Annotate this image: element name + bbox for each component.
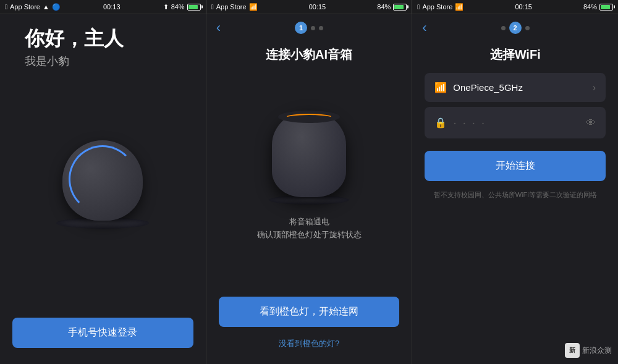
watermark: 新 新浪众测 <box>565 343 612 358</box>
status-right-2: 84% <box>377 3 407 11</box>
back-button-connect[interactable]: ‹ <box>216 20 221 36</box>
watermark-text: 新浪众测 <box>582 345 612 356</box>
password-left: 🔒 · · · · <box>434 116 486 130</box>
speaker-2 <box>266 111 352 210</box>
panel-wifi: ‹ 2 选择WiFi 📶 OnePiece_5GHz › � <box>412 14 618 364</box>
speaker-body-2 <box>272 111 346 197</box>
welcome-subtitle: 我是小豹 <box>12 54 193 69</box>
status-bar:  App Store ▲ 🔵 00:13 ⬆ 84%  App Store … <box>0 0 618 14</box>
status-left-1:  App Store ▲ 🔵 <box>5 3 61 11</box>
instruction-line-1: 将音箱通电 <box>289 217 329 226</box>
wifi-title: 选择WiFi <box>490 46 541 63</box>
app-store-label-3: App Store <box>422 3 452 11</box>
back-button-wifi[interactable]: ‹ <box>422 20 426 36</box>
panel-wifi-content: 选择WiFi 📶 OnePiece_5GHz › 🔒 · · · · 👁 <box>412 41 618 364</box>
login-button[interactable]: 手机号快速登录 <box>12 318 193 348</box>
instruction-text: 将音箱通电 确认顶部橙色灯处于旋转状态 <box>257 216 362 242</box>
panel-welcome-content: 你好，主人 我是小豹 手机号快速登录 <box>0 14 206 364</box>
wifi-list: 📶 OnePiece_5GHz › 🔒 · · · · 👁 <box>425 73 606 143</box>
battery-percent-3: 84% <box>583 3 597 11</box>
nav-bar-wifi: ‹ 2 <box>412 14 618 41</box>
panels-container: 你好，主人 我是小豹 手机号快速登录 ‹ 1 <box>0 14 618 364</box>
wifi-chevron-icon: › <box>593 82 596 93</box>
panel-welcome-footer: 手机号快速登录 <box>12 310 193 364</box>
status-section-1:  App Store ▲ 🔵 00:13 ⬆ 84% <box>0 0 206 14</box>
apple-icon-1:  <box>5 3 7 11</box>
connect-title: 连接小豹AI音箱 <box>266 46 352 63</box>
battery-percent-1: 84% <box>171 3 185 11</box>
time-2: 00:15 <box>309 3 326 11</box>
battery-icon-1 <box>187 4 201 11</box>
password-dots: · · · · <box>453 116 486 130</box>
status-right-3: 84% <box>583 3 613 11</box>
start-connect-button[interactable]: 开始连接 <box>425 151 606 181</box>
panel-wifi-footer: 开始连接 暂不支持校园网、公共场所WiFi等需要二次验证的网络 <box>425 143 606 210</box>
nav-dot-wifi-2-active: 2 <box>509 22 522 34</box>
speaker-ring-1 <box>69 145 137 213</box>
battery-percent-2: 84% <box>377 3 391 11</box>
connect-button[interactable]: 看到橙色灯，开始连网 <box>219 297 400 327</box>
status-left-2:  App Store 📶 <box>211 3 258 11</box>
wifi-item-left: 📶 OnePiece_5GHz <box>434 82 523 93</box>
speaker-visual-1 <box>12 69 193 310</box>
nav-dot-1-active: 1 <box>295 22 307 34</box>
direction-icon-1: ⬆ <box>163 3 169 11</box>
watermark-logo: 新 <box>565 343 580 358</box>
wifi-signal-icon: 📶 <box>434 82 447 93</box>
wifi-network-name: OnePiece_5GHz <box>453 82 523 93</box>
panel-connect-footer: 看到橙色灯，开始连网 没看到橙色的灯? <box>219 289 400 364</box>
speaker-container-2: 将音箱通电 确认顶部橙色灯处于旋转状态 <box>257 63 362 289</box>
time-3: 00:15 <box>515 3 532 11</box>
welcome-title: 你好，主人 <box>12 27 193 50</box>
nav-dot-wifi-3 <box>525 26 530 30</box>
nav-bar-connect: ‹ 1 <box>206 14 412 41</box>
battery-icon-3 <box>599 4 613 11</box>
time-1: 00:13 <box>103 3 121 11</box>
speaker-ring-orange <box>284 114 334 122</box>
apple-icon-2:  <box>211 3 214 11</box>
speaker-body-1 <box>62 140 143 221</box>
instruction-line-2: 确认顶部橙色灯处于旋转状态 <box>257 230 362 239</box>
signal-icon-1: 🔵 <box>52 3 61 11</box>
status-section-3:  App Store 📶 00:15 84% <box>412 0 618 14</box>
wifi-icon-2: 📶 <box>249 3 258 11</box>
nav-dots-connect: 1 <box>295 22 323 34</box>
speaker-1 <box>53 140 152 239</box>
password-field-item[interactable]: 🔒 · · · · 👁 <box>425 107 606 138</box>
status-section-2:  App Store 📶 00:15 84% <box>206 0 413 14</box>
nav-dots-wifi: 2 <box>501 22 530 34</box>
nav-dot-3 <box>319 26 323 30</box>
lock-icon: 🔒 <box>434 117 447 129</box>
eye-icon: 👁 <box>586 117 596 129</box>
wifi-network-item[interactable]: 📶 OnePiece_5GHz › <box>425 73 606 102</box>
app-store-label-2: App Store <box>216 3 247 11</box>
nav-dot-wifi-1 <box>501 26 506 30</box>
panel-connect-content: 连接小豹AI音箱 将音箱通电 确认顶部橙色灯处于旋转状态 看到橙色灯，开始连网 <box>206 41 412 364</box>
nav-dot-2 <box>311 26 315 30</box>
battery-icon-2 <box>393 4 407 11</box>
no-light-link[interactable]: 没看到橙色的灯? <box>219 333 400 354</box>
status-right-1: ⬆ 84% <box>163 3 201 11</box>
wifi-icon-3: 📶 <box>455 3 464 11</box>
panel-welcome: 你好，主人 我是小豹 手机号快速登录 <box>0 14 206 364</box>
wifi-icon-1: ▲ <box>43 3 49 11</box>
status-left-3:  App Store 📶 <box>417 3 464 11</box>
disclaimer-text: 暂不支持校园网、公共场所WiFi等需要二次验证的网络 <box>425 190 606 200</box>
apple-icon-3:  <box>417 3 420 11</box>
panel-connect: ‹ 1 连接小豹AI音箱 将音箱通电 <box>206 14 413 364</box>
speaker-top-2 <box>278 111 340 123</box>
app-store-label-1: App Store <box>10 3 40 11</box>
